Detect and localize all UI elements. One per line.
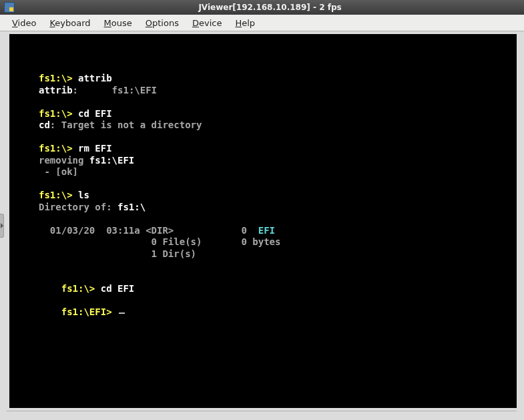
prompt: fs1:\>: [39, 108, 73, 119]
cmd-ls: ls: [73, 190, 89, 200]
out-ls-size: 0: [241, 225, 246, 236]
cmd-rm-efi: rm EFI: [73, 143, 112, 154]
menu-device[interactable]: Device: [186, 16, 228, 30]
prompt: fs1:\>: [61, 283, 95, 294]
indent: [39, 283, 61, 294]
cursor: [119, 312, 125, 314]
spacer: [247, 225, 258, 236]
menu-options[interactable]: Options: [139, 16, 186, 30]
out-remove-path: fs1:\EFI: [89, 155, 134, 166]
out-ls-dirname: EFI: [258, 225, 275, 236]
out-ls-dirs: 1 Dir(s): [95, 248, 196, 259]
terminal-container: fs1:\> attrib attrib: fs1:\EFI fs1:\> cd…: [0, 31, 524, 420]
out-ls-files: 0 File(s) 0 bytes: [95, 236, 280, 247]
side-panel-handle[interactable]: [0, 214, 4, 238]
out-cd-error: : Target is not a directory: [50, 120, 202, 130]
prompt: fs1:\>: [39, 73, 73, 83]
cmd-cd-efi-2: cd EFI: [95, 283, 134, 294]
app-icon: [4, 2, 15, 13]
window-title: JViewer[192.168.10.189] - 2 fps: [20, 3, 520, 12]
window-titlebar: JViewer[192.168.10.189] - 2 fps: [0, 0, 524, 15]
cmd-attrib: attrib: [73, 73, 112, 83]
out-ls-row: 01/03/20 03:11a <DIR>: [39, 225, 241, 236]
out-ok: - [ok]: [39, 166, 78, 177]
out-dir-of: Directory of:: [39, 202, 117, 212]
out-dir-path: fs1:\: [117, 202, 146, 212]
out-colon: :: [73, 85, 112, 95]
prompt: fs1:\>: [39, 143, 73, 154]
menubar: Video Keyboard Mouse Options Device Help: [0, 15, 524, 31]
menu-mouse[interactable]: Mouse: [97, 16, 139, 30]
out-removing: removing: [39, 155, 89, 166]
terminal-output[interactable]: fs1:\> attrib attrib: fs1:\EFI fs1:\> cd…: [9, 34, 517, 408]
indent: [39, 306, 61, 317]
out-attrib-label: attrib: [39, 85, 73, 95]
prompt-current: fs1:\EFI>: [61, 306, 117, 317]
out-attrib-path: fs1:\EFI: [112, 85, 157, 95]
cmd-cd-efi: cd EFI: [73, 108, 112, 119]
menu-keyboard[interactable]: Keyboard: [43, 16, 97, 30]
out-cd-label: cd: [39, 120, 50, 130]
menu-help[interactable]: Help: [228, 16, 262, 30]
status-bar: [7, 411, 517, 420]
menu-video[interactable]: Video: [5, 16, 43, 30]
prompt: fs1:\>: [39, 190, 73, 200]
